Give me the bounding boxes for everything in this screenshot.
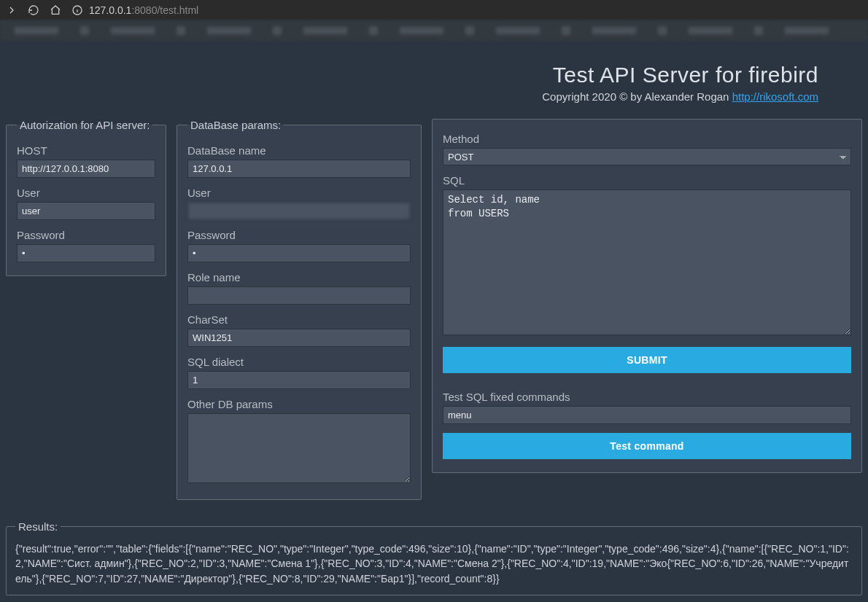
request-fieldset: Method POST SQL SUBMIT Test SQL fixed co… xyxy=(432,119,862,473)
auth-fieldset: Autorization for API server: HOST User P… xyxy=(6,119,166,276)
charset-input[interactable] xyxy=(187,329,411,347)
sql-textarea[interactable] xyxy=(443,189,851,335)
db-password-label: Password xyxy=(187,229,411,241)
page-header: Test API Server for firebird Copyright 2… xyxy=(6,63,862,103)
auth-password-label: Password xyxy=(17,229,155,241)
auth-user-label: User xyxy=(17,187,155,199)
other-label: Other DB params xyxy=(187,398,411,410)
home-icon[interactable] xyxy=(50,4,61,16)
dialect-label: SQL dialect xyxy=(187,356,411,368)
page-title: Test API Server for firebird xyxy=(6,63,818,87)
reload-icon[interactable] xyxy=(28,4,39,16)
db-legend: DataBase params: xyxy=(187,119,284,131)
db-user-input[interactable] xyxy=(187,202,411,220)
copyright-link[interactable]: http://rikosoft.com xyxy=(732,90,818,103)
results-legend: Results: xyxy=(15,520,61,533)
sql-label: SQL xyxy=(443,174,851,187)
browser-toolbar: 127.0.0.1:8080/test.html xyxy=(0,0,868,20)
url-port: :8080 xyxy=(131,4,157,16)
submit-button[interactable]: SUBMIT xyxy=(443,347,851,373)
method-select[interactable]: POST xyxy=(443,148,851,165)
results-text: {"result":true,"error":"","table":{"fiel… xyxy=(15,542,853,586)
host-label: HOST xyxy=(17,144,155,157)
host-input[interactable] xyxy=(17,160,155,178)
bookmarks-bar xyxy=(0,20,868,41)
charset-label: CharSet xyxy=(187,313,411,326)
dialect-input[interactable] xyxy=(187,371,411,389)
db-fieldset: DataBase params: DataBase name User Pass… xyxy=(177,119,422,500)
auth-password-input[interactable] xyxy=(17,244,155,262)
other-textarea[interactable] xyxy=(187,413,411,483)
url-path: /test.html xyxy=(157,4,198,16)
url-host: 127.0.0.1 xyxy=(89,4,131,16)
role-input[interactable] xyxy=(187,286,411,305)
db-user-label: User xyxy=(187,187,411,199)
copyright-text: Copyright 2020 © by Alexander Rogan xyxy=(542,90,732,103)
fixed-label: Test SQL fixed commands xyxy=(443,391,851,403)
address-bar[interactable]: 127.0.0.1:8080/test.html xyxy=(71,4,862,16)
forward-icon[interactable] xyxy=(6,4,18,16)
fixed-input[interactable] xyxy=(443,406,851,424)
auth-user-input[interactable] xyxy=(17,202,155,220)
method-label: Method xyxy=(443,133,851,145)
test-command-button[interactable]: Test command xyxy=(443,433,851,459)
results-fieldset: Results: {"result":true,"error":"","tabl… xyxy=(6,520,862,595)
db-password-input[interactable] xyxy=(187,244,411,262)
role-label: Role name xyxy=(187,271,411,284)
dbname-input[interactable] xyxy=(187,160,411,178)
info-icon xyxy=(71,4,83,16)
auth-legend: Autorization for API server: xyxy=(17,119,152,131)
dbname-label: DataBase name xyxy=(187,144,411,157)
